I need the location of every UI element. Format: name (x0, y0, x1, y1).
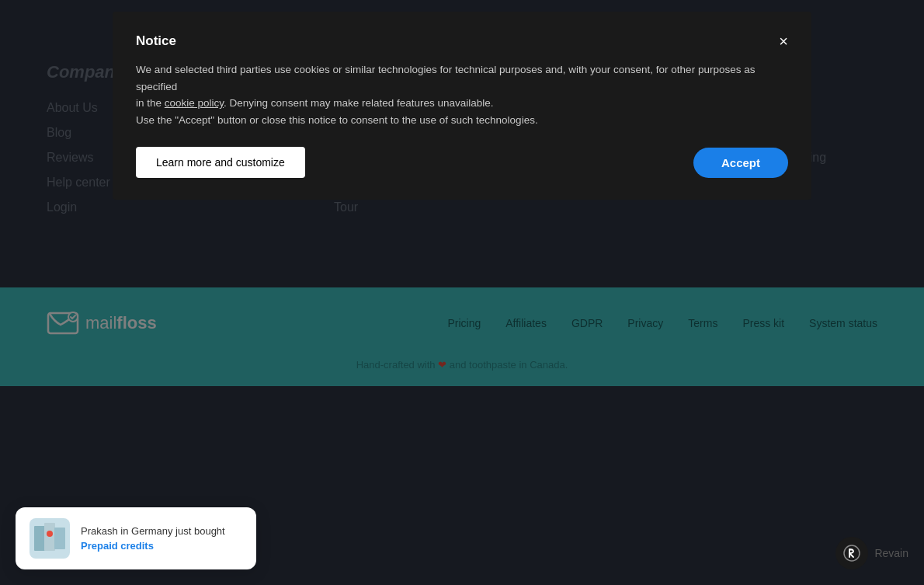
learn-more-button[interactable]: Learn more and customize (136, 147, 305, 178)
svg-rect-3 (34, 526, 45, 551)
close-button[interactable]: × (779, 33, 788, 49)
toast-text: Prakash in Germany just bought Prepaid c… (81, 524, 242, 554)
notice-header: Notice × (136, 33, 788, 49)
notice-body-suffix: . Denying consent may make related featu… (224, 97, 493, 109)
svg-rect-5 (54, 528, 65, 549)
revain-label: Revain (874, 547, 908, 559)
svg-point-6 (47, 531, 53, 537)
cookie-policy-link[interactable]: cookie policy (165, 97, 224, 109)
notice-body: We and selected third parties use cookie… (136, 61, 788, 128)
revain-logo-icon (842, 544, 861, 562)
toast-link[interactable]: Prepaid credits (81, 540, 154, 552)
notice-title: Notice (136, 33, 176, 49)
toast-notification: Prakash in Germany just bought Prepaid c… (16, 507, 256, 569)
toast-map-icon (30, 518, 70, 559)
notice-body-prefix: in the (136, 97, 165, 109)
revain-widget[interactable]: Revain (835, 537, 908, 569)
notice-body-text3: Use the "Accept" button or close this no… (136, 114, 538, 126)
notice-body-text1: We and selected third parties use cookie… (136, 64, 755, 92)
toast-message: Prakash in Germany just bought (81, 525, 225, 537)
notice-modal: Notice × We and selected third parties u… (113, 12, 811, 200)
notice-actions: Learn more and customize Accept (136, 147, 788, 178)
map-image (31, 520, 68, 557)
revain-icon (835, 537, 868, 569)
accept-button[interactable]: Accept (693, 148, 788, 178)
